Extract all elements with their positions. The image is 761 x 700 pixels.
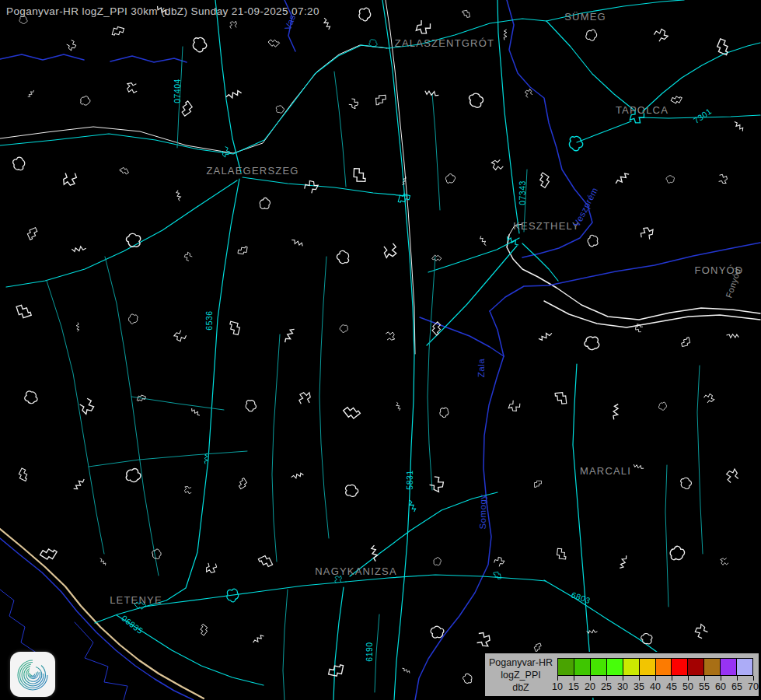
road-number-label: 06835 (120, 613, 145, 635)
legend-tick-value: 40 (650, 681, 661, 692)
settlement-outline (634, 461, 644, 472)
legend-tick (672, 676, 672, 681)
legend-color-cell (590, 658, 606, 676)
settlement-outline (124, 466, 143, 485)
settlement-outline (74, 323, 82, 332)
legend-tick (704, 676, 705, 681)
settlement-outline (555, 392, 567, 404)
settlement-outline (354, 169, 365, 182)
settlement-outline (415, 19, 432, 36)
settlement-outline (79, 94, 92, 107)
settlement-outline (206, 562, 218, 574)
settlement-outline (72, 243, 86, 256)
settlement-outline (238, 246, 247, 254)
settlement-outline (229, 21, 237, 29)
met-spiral-logo (10, 652, 55, 697)
settlement-outline (424, 86, 438, 101)
settlement-outline (291, 471, 304, 481)
road-number-label: 6536 (204, 310, 214, 330)
settlement-outline (197, 624, 208, 635)
radar-map: SÜMEGZALASZENTGRÓTTAPOLCAZALAEGERSZEGKES… (0, 0, 761, 700)
settlement-outline (19, 16, 27, 24)
settlement-outline (616, 555, 630, 569)
legend-line-product: logZ_PPI (485, 669, 557, 681)
settlement-outline (462, 673, 474, 685)
settlement-outline (585, 29, 597, 41)
legend-tick (557, 676, 558, 681)
settlement-outline (226, 88, 242, 101)
legend-color-cell (736, 658, 753, 676)
road-number-label: 5831 (405, 470, 414, 489)
radar-viewer: SÜMEGZALASZENTGRÓTTAPOLCAZALAEGERSZEGKES… (0, 0, 761, 700)
legend-tick-value: 65 (731, 681, 742, 692)
settlement-outline (259, 197, 272, 210)
settlement-outline (607, 404, 623, 420)
settlement-outline (428, 624, 445, 641)
settlement-outline (120, 166, 129, 176)
settlement-outline (16, 303, 31, 319)
legend-color-cell (557, 658, 574, 676)
settlement-outline (658, 401, 667, 411)
settlement-outline (438, 406, 450, 418)
settlement-outline (681, 338, 691, 347)
legend-tick (737, 676, 738, 681)
settlement-outline (476, 632, 491, 647)
county-label: Veszprém (572, 186, 600, 229)
legend-tick (574, 676, 574, 681)
settlement-outline (640, 226, 654, 240)
settlement-outline (303, 179, 319, 194)
settlement-outline (433, 557, 442, 566)
legend-tick (623, 676, 623, 681)
settlement-outline (494, 572, 501, 579)
legend-color-cell (639, 658, 655, 676)
settlement-outline (183, 252, 194, 262)
settlement-outline (10, 156, 27, 173)
settlement-outline (72, 479, 86, 490)
settlement-outline (127, 83, 138, 93)
city-label: NAGYKANIZSA (315, 565, 397, 577)
legend-tick-value: 10 (552, 681, 563, 692)
settlement-outline (237, 478, 248, 489)
legend-tick (721, 676, 721, 681)
settlement-outline (375, 95, 386, 104)
settlement-outline (184, 486, 192, 494)
city-label: KESZTHELY (513, 220, 580, 232)
settlement-outline (150, 548, 163, 561)
settlement-outline (281, 328, 298, 342)
settlement-outline (299, 393, 311, 404)
settlement-outline (291, 236, 303, 250)
settlement-outline (26, 228, 39, 240)
legend-tick (639, 676, 640, 681)
road-number-label: 07404 (173, 79, 182, 103)
legend-tick-value: 25 (601, 681, 612, 692)
settlement-outline (679, 477, 692, 490)
settlement-outline (357, 6, 373, 23)
settlement-outline (493, 555, 504, 567)
settlement-outline (275, 104, 285, 114)
settlement-outline (400, 177, 409, 185)
legend-color-cell (703, 658, 720, 676)
city-label: LETENYE (110, 594, 162, 606)
settlement-outline (243, 398, 258, 413)
county-label: Somogy (478, 494, 487, 529)
settlement-outline (395, 402, 402, 411)
settlement-outline (339, 323, 349, 334)
legend-color-cell (655, 658, 672, 676)
settlement-outline (174, 190, 183, 201)
spiral-icon (10, 652, 55, 697)
settlement-outline (112, 26, 124, 37)
legend-tick (590, 676, 591, 681)
settlement-outline (463, 10, 470, 18)
settlement-outline (557, 548, 567, 559)
road-number-label: 07343 (518, 180, 527, 205)
legend-tick-value: 50 (682, 681, 693, 692)
legend-tick-value: 60 (715, 681, 726, 692)
settlement-outline (725, 469, 740, 484)
settlement-outline (726, 330, 739, 342)
settlement-outline (63, 172, 77, 186)
settlement-outline (322, 18, 331, 30)
legend-tick-value: 35 (634, 681, 644, 692)
road-number-label: 7301 (692, 107, 714, 125)
settlement-outline (402, 666, 410, 675)
road-number-label: 6803 (570, 590, 592, 605)
